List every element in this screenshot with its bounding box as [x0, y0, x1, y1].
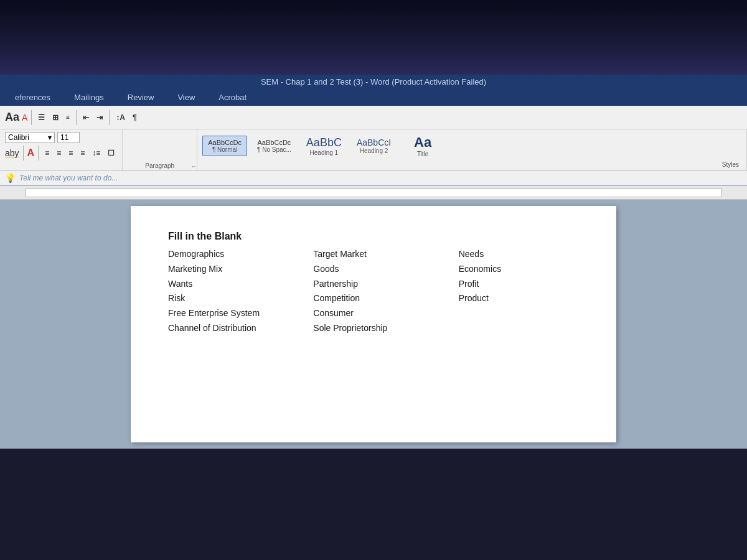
doc-item-channel: Channel of Distribution: [168, 321, 288, 336]
style-normal-preview: AaBbCcDc: [208, 139, 242, 146]
menu-review[interactable]: Review: [125, 91, 157, 103]
justify-button[interactable]: ≡: [78, 147, 87, 159]
doc-col3: Needs Economics Profit Product: [459, 247, 579, 336]
doc-item-economics: Economics: [459, 262, 579, 277]
separator-font2: [38, 146, 39, 161]
numbered-list-button[interactable]: ⊞: [50, 112, 61, 123]
font-color-a: aby: [5, 148, 19, 158]
style-nospace[interactable]: AaBbCcDc ¶ No Spac...: [252, 136, 296, 156]
doc-item-targetmarket: Target Market: [313, 247, 433, 262]
style-h1-preview: AaBbC: [306, 136, 342, 149]
separator3: [109, 110, 110, 125]
style-title-label: Title: [417, 151, 429, 157]
shading-button[interactable]: ☐: [105, 147, 117, 159]
highlight-a: A: [27, 147, 35, 159]
ribbon-row2: Calibri ▾ 11 aby A ≡ ≡ ≡ ≡ ↕≡ ☐: [0, 129, 747, 170]
doc-item-partnership: Partnership: [313, 277, 433, 292]
paragraph-mark-button[interactable]: ¶: [130, 112, 139, 123]
font-group: Calibri ▾ 11 aby A ≡ ≡ ≡ ≡ ↕≡ ☐: [0, 129, 123, 170]
ribbon: Aa A ☰ ⊞ ≡ ⇤ ⇥ ↕A ¶ Calibri ▾: [0, 106, 747, 171]
separator2: [76, 110, 77, 125]
doc-item-consumer: Consumer: [313, 306, 433, 321]
ruler: [0, 186, 747, 200]
doc-heading: Fill in the Blank: [168, 231, 579, 242]
styles-row: AaBbCcDc ¶ Normal AaBbCcDc ¶ No Spac... …: [202, 132, 741, 160]
styles-label: Styles: [722, 161, 741, 168]
doc-item-demographics: Demographics: [168, 247, 288, 262]
tell-me-input[interactable]: Tell me what you want to do...: [19, 174, 118, 182]
document[interactable]: Fill in the Blank Demographics Marketing…: [131, 206, 616, 442]
title-bar: SEM - Chap 1 and 2 Test (3) - Word (Prod…: [0, 75, 747, 89]
style-h2-label: Heading 2: [360, 147, 388, 154]
decrease-indent-button[interactable]: ⇤: [80, 112, 92, 123]
paragraph-group: Paragraph ⌐: [123, 129, 197, 170]
style-normal-label: ¶ Normal: [212, 146, 237, 153]
doc-item-product: Product: [459, 291, 579, 306]
style-h2-preview: AaBbCcI: [357, 138, 391, 147]
doc-item-competition: Competition: [313, 291, 433, 306]
paragraph-label: Paragraph: [145, 162, 174, 169]
doc-col2: Target Market Goods Partnership Competit…: [313, 247, 433, 336]
styles-group: AaBbCcDc ¶ Normal AaBbCcDc ¶ No Spac... …: [197, 129, 747, 170]
doc-item-freeenterprise: Free Enterprise System: [168, 306, 288, 321]
separator-font: [23, 146, 24, 161]
doc-item-profit: Profit: [459, 277, 579, 292]
font-controls: Aa A ☰ ⊞ ≡ ⇤ ⇥ ↕A ¶: [5, 110, 139, 125]
style-heading2[interactable]: AaBbCcI Heading 2: [352, 135, 396, 157]
dropdown-arrow-icon: ▾: [48, 133, 52, 142]
align-center-button[interactable]: ≡: [54, 147, 63, 159]
style-heading1[interactable]: AaBbC Heading 1: [301, 134, 347, 159]
style-title-preview: Aa: [414, 134, 431, 151]
menu-references[interactable]: eferences: [12, 91, 53, 103]
increase-indent-button[interactable]: ⇥: [94, 112, 105, 123]
align-right-button[interactable]: ≡: [66, 147, 75, 159]
menu-bar: eferences Mailings Review View Acrobat: [0, 89, 747, 106]
doc-columns: Demographics Marketing Mix Wants Risk Fr…: [168, 247, 579, 336]
sort-button[interactable]: ↕A: [113, 112, 128, 123]
paragraph-expand-icon[interactable]: ⌐: [192, 163, 195, 169]
font-name-dropdown[interactable]: Calibri ▾: [5, 132, 55, 143]
ribbon-row1: Aa A ☰ ⊞ ≡ ⇤ ⇥ ↕A ¶: [0, 106, 747, 129]
align-left-button[interactable]: ≡: [42, 147, 52, 159]
font-aa-button[interactable]: Aa: [5, 111, 19, 124]
style-normal[interactable]: AaBbCcDc ¶ Normal: [202, 136, 247, 156]
separator1: [31, 110, 32, 125]
menu-acrobat[interactable]: Acrobat: [216, 91, 249, 103]
font-icon: A: [22, 113, 27, 123]
doc-item-needs: Needs: [459, 247, 579, 262]
style-nospace-label: ¶ No Spac...: [257, 146, 291, 153]
doc-item-marketingmix: Marketing Mix: [168, 262, 288, 277]
style-nospace-preview: AaBbCcDc: [258, 139, 291, 146]
lightbulb-icon: 💡: [5, 173, 16, 183]
document-area: Fill in the Blank Demographics Marketing…: [0, 200, 747, 449]
top-decoration: [0, 0, 747, 75]
font-size-dropdown[interactable]: 11: [57, 132, 80, 143]
doc-item-risk: Risk: [168, 291, 288, 306]
doc-item-soleproprietorship: Sole Proprietorship: [313, 321, 433, 336]
ruler-inner: [25, 189, 722, 197]
line-spacing-button[interactable]: ↕≡: [90, 147, 103, 159]
doc-col1: Demographics Marketing Mix Wants Risk Fr…: [168, 247, 288, 336]
menu-mailings[interactable]: Mailings: [72, 91, 106, 103]
multilevel-list-button[interactable]: ≡: [63, 113, 72, 122]
tell-me-bar: 💡 Tell me what you want to do...: [0, 171, 747, 186]
tell-me-text: Tell me what you want to do...: [19, 174, 118, 182]
menu-view[interactable]: View: [175, 91, 197, 103]
doc-item-goods: Goods: [313, 262, 433, 277]
style-title[interactable]: Aa Title: [401, 132, 444, 160]
style-h1-label: Heading 1: [310, 149, 339, 156]
title-text: SEM - Chap 1 and 2 Test (3) - Word (Prod…: [261, 77, 486, 86]
doc-item-wants: Wants: [168, 277, 288, 292]
bullet-list-button[interactable]: ☰: [35, 112, 47, 123]
